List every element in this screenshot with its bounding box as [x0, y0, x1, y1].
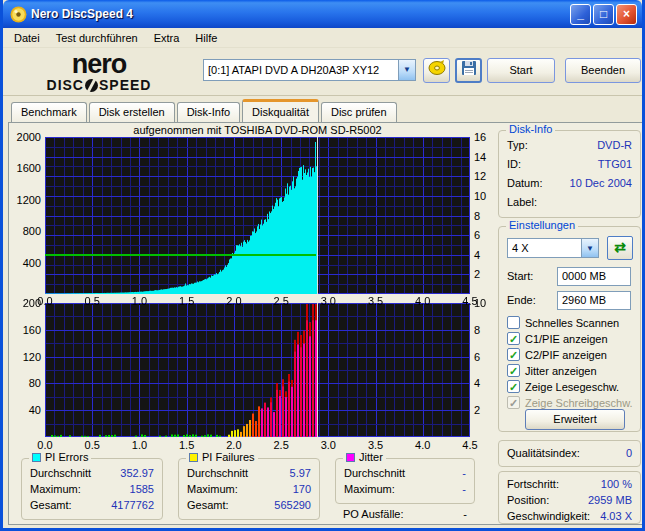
checkbox-c2-pif-anzeigen[interactable]: ✓C2/PIF anzeigen: [507, 347, 607, 362]
checkbox-label: Jitter anzeigen: [525, 365, 597, 377]
recorded-with-note: aufgenommen mit TOSHIBA DVD-ROM SD-R5002: [45, 124, 470, 136]
maximize-button[interactable]: □: [593, 4, 614, 25]
save-floppy-icon: [461, 60, 477, 76]
stat-row0-value: -: [462, 467, 466, 479]
stat-row1-label: Maximum:: [30, 483, 81, 495]
advanced-button[interactable]: Erweitert: [525, 409, 625, 430]
title-bar[interactable]: Nero DiscSpeed 4 _ □ ×: [3, 0, 642, 28]
axis-tick-label: 6: [474, 351, 496, 363]
app-icon: [10, 6, 27, 23]
save-button[interactable]: [455, 58, 482, 83]
disk-info-row2-label: Datum:: [507, 177, 542, 189]
logo-speed-text: SPEED: [99, 78, 151, 92]
po-failures-label: PO Ausfälle:: [343, 508, 404, 520]
disk-info-row0-value: DVD-R: [597, 139, 632, 151]
eject-disc-button[interactable]: [423, 58, 450, 83]
checkbox-icon[interactable]: ✓: [507, 348, 520, 361]
progress-row1-label: Position:: [507, 494, 549, 506]
minimize-button[interactable]: _: [570, 4, 591, 25]
axis-tick-label: 16: [474, 131, 496, 143]
po-failures-value: -: [463, 508, 467, 520]
axis-tick-label: 2: [474, 404, 496, 416]
progress-row1-value: 2959 MB: [588, 494, 632, 506]
tab-disc-pr-fen[interactable]: Disc prüfen: [321, 102, 397, 122]
logo-nero-text: nero: [19, 51, 179, 78]
menu-extra[interactable]: Extra: [146, 30, 188, 46]
checkbox-label: Zeige Schreibgeschw.: [525, 397, 633, 409]
chevron-down-icon[interactable]: ▼: [398, 60, 415, 80]
axis-tick-label: 4.0: [410, 439, 436, 451]
drive-select[interactable]: [0:1] ATAPI DVD A DH20A3P XY12 ▼: [203, 59, 416, 81]
axis-tick-label: 1.0: [126, 295, 152, 307]
axis-tick-label: 0.0: [32, 439, 58, 451]
axis-tick-label: 3.0: [315, 295, 341, 307]
disk-info-row3-label: Label:: [507, 196, 537, 208]
stats-jitter: JitterDurchschnitt-Maximum:-: [335, 458, 475, 504]
axis-tick-label: 0.5: [79, 439, 105, 451]
axis-tick-label: 1200: [11, 194, 41, 206]
tab-disk-erstellen[interactable]: Disk erstellen: [89, 102, 175, 122]
tab-diskqualit-t[interactable]: Diskqualität: [242, 99, 319, 122]
start-field[interactable]: 0000 MB: [557, 267, 631, 286]
checkbox-schnelles-scannen[interactable]: ✓Schnelles Scannen: [507, 315, 619, 330]
nero-discspeed-logo: nero DISCSPEED: [19, 51, 179, 92]
axis-tick-label: 1600: [11, 162, 41, 174]
end-field-label: Ende:: [507, 294, 536, 306]
checkbox-c1-pie-anzeigen[interactable]: ✓C1/PIE anzeigen: [507, 331, 608, 346]
checkbox-icon[interactable]: ✓: [507, 364, 520, 377]
menu-test-durchf-hren[interactable]: Test durchführen: [48, 30, 146, 46]
disk-info-title: Disk-Info: [506, 123, 555, 135]
end-field[interactable]: 2960 MB: [557, 291, 631, 310]
stat-row0-label: Durchschnitt: [344, 467, 405, 479]
checkbox-label: C1/PIE anzeigen: [525, 333, 608, 345]
stat-row2-value: 4177762: [111, 499, 154, 511]
stat-row1-label: Maximum:: [344, 483, 395, 495]
speed-select-value: 4 X: [508, 242, 581, 254]
start-button[interactable]: Start: [487, 58, 555, 83]
close-button[interactable]: ×: [616, 4, 637, 25]
toolbar: nero DISCSPEED [0:1] ATAPI DVD A DH20A3P…: [3, 48, 642, 96]
app-window: Nero DiscSpeed 4 _ □ × DateiTest durchfü…: [0, 0, 645, 531]
axis-tick-label: 3.5: [363, 295, 389, 307]
checkbox-icon[interactable]: ✓: [507, 396, 520, 409]
checkbox-icon[interactable]: ✓: [507, 380, 520, 393]
axis-tick-label: 2.0: [221, 295, 247, 307]
settings-title: Einstellungen: [506, 219, 578, 231]
checkbox-zeige-schreibgeschw-[interactable]: ✓Zeige Schreibgeschw.: [507, 395, 633, 410]
speed-select[interactable]: 4 X ▼: [507, 238, 599, 258]
quality-index-box: Qualitätsindex: 0: [498, 440, 641, 467]
chevron-down-icon[interactable]: ▼: [581, 239, 598, 257]
axis-tick-label: 1.5: [174, 295, 200, 307]
refresh-button[interactable]: ⇄: [607, 236, 633, 260]
checkbox-icon[interactable]: ✓: [507, 332, 520, 345]
axis-tick-label: 4.5: [457, 439, 483, 451]
disk-info-group: Disk-Info Typ:DVD-RID:TTG01Datum:10 Dec …: [498, 130, 641, 218]
drive-select-value: [0:1] ATAPI DVD A DH20A3P XY12: [204, 64, 398, 76]
settings-group: Einstellungen 4 X ▼ ⇄ Start: 0000 MB End…: [498, 226, 641, 432]
legend-swatch-pi-errors: [32, 453, 41, 462]
tab-disk-info[interactable]: Disk-Info: [177, 102, 240, 122]
axis-tick-label: 800: [11, 225, 41, 237]
menu-datei[interactable]: Datei: [6, 30, 48, 46]
checkbox-zeige-lesegeschw-[interactable]: ✓Zeige Lesegeschw.: [507, 379, 619, 394]
logo-disc-text: DISC: [47, 78, 84, 92]
menu-hilfe[interactable]: Hilfe: [187, 30, 225, 46]
tab-benchmark[interactable]: Benchmark: [11, 102, 87, 122]
stat-row0-label: Durchschnitt: [187, 467, 248, 479]
disk-info-row1-label: ID:: [507, 158, 521, 170]
checkbox-jitter-anzeigen[interactable]: ✓Jitter anzeigen: [507, 363, 597, 378]
tab-strip: BenchmarkDisk erstellenDisk-InfoDiskqual…: [11, 100, 399, 122]
stats-title: PI Failures: [202, 451, 255, 463]
axis-tick-label: 14: [474, 151, 496, 163]
disc-eject-icon: [428, 59, 446, 75]
axis-tick-label: 8: [474, 210, 496, 222]
axis-tick-label: 4: [474, 377, 496, 389]
quit-button[interactable]: Beenden: [565, 58, 641, 83]
legend-swatch-pi-failures: [189, 453, 198, 462]
axis-tick-label: 2.5: [268, 439, 294, 451]
axis-tick-label: 40: [11, 404, 41, 416]
axis-tick-label: 4.0: [410, 295, 436, 307]
axis-tick-label: 10: [474, 297, 496, 309]
axis-tick-label: 0.5: [79, 295, 105, 307]
checkbox-icon[interactable]: ✓: [507, 316, 520, 329]
